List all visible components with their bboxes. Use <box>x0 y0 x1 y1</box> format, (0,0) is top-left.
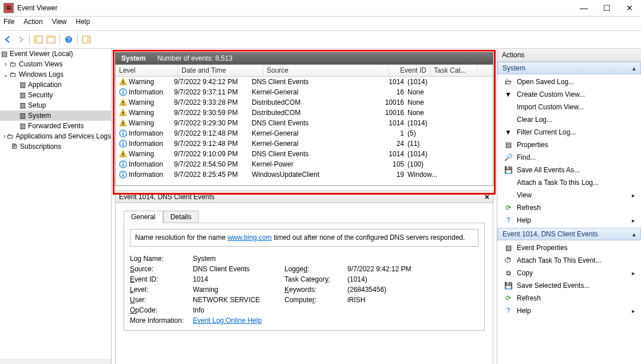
tab-details[interactable]: Details <box>163 211 199 223</box>
online-help-link[interactable]: Event Log Online Help <box>193 316 262 325</box>
collapse-icon[interactable]: ▴ <box>632 65 636 72</box>
action-label: Help <box>517 307 531 315</box>
back-button[interactable] <box>2 34 14 45</box>
close-icon[interactable]: × <box>485 192 489 201</box>
menu-file[interactable]: File <box>3 18 14 29</box>
subscriptions-icon: 🖹 <box>10 143 18 151</box>
grid-header: Level Date and Time Source Event ID Task… <box>116 65 493 77</box>
table-row[interactable]: Information9/7/2022 9:12:48 PMKernel-Gen… <box>116 128 493 139</box>
collapse-icon[interactable]: ▴ <box>632 231 636 238</box>
action-label: Refresh <box>517 294 541 302</box>
expand-icon[interactable]: › <box>2 60 9 68</box>
task-icon: ⏱ <box>503 256 513 265</box>
msg-link[interactable]: www.bing.com <box>227 234 271 242</box>
log-header-bar: System Number of events: 8,513 <box>115 52 493 65</box>
action-import-custom-view[interactable]: Import Custom View... <box>497 101 641 113</box>
tree-setup-label: Setup <box>28 101 46 109</box>
tree-subscriptions[interactable]: 🖹 Subscriptions <box>0 141 111 152</box>
action-filter-log[interactable]: ▼Filter Current Log... <box>497 126 641 139</box>
action-save-all[interactable]: 💾Save All Events As... <box>497 164 641 176</box>
action-help[interactable]: ?Help▸ <box>497 214 641 227</box>
svg-rect-31 <box>122 174 124 177</box>
tree-setup[interactable]: ▥ Setup <box>0 100 111 110</box>
action-label: Attach a Task To this Log... <box>517 179 599 187</box>
svg-rect-1 <box>34 36 38 43</box>
maximize-button[interactable]: ☐ <box>595 2 618 14</box>
cell-date: 9/7/2022 9:30:59 PM <box>174 109 252 117</box>
expand-icon[interactable]: › <box>2 132 7 140</box>
forward-button[interactable] <box>15 34 26 45</box>
tree-custom-views[interactable]: › 🗀 Custom Views <box>0 59 111 69</box>
tree-security[interactable]: ▥ Security <box>0 90 111 100</box>
close-window-button[interactable]: ✕ <box>618 2 641 14</box>
toolbar-show-tree-button[interactable] <box>33 34 44 45</box>
tree-apps-services[interactable]: › 🗀 Applications and Services Logs <box>0 131 111 141</box>
tree-windows-logs[interactable]: ⌄ 🗀 Windows Logs <box>0 69 111 80</box>
tree-root[interactable]: ▤ Event Viewer (Local) <box>0 49 111 59</box>
action-view-submenu[interactable]: View▸ <box>497 189 641 201</box>
menu-view[interactable]: View <box>52 18 67 29</box>
action-clear-log[interactable]: Clear Log... <box>497 113 641 126</box>
action-attach-task-log[interactable]: Attach a Task To this Log... <box>497 176 641 189</box>
table-row[interactable]: Information9/7/2022 9:37:11 PMKernel-Gen… <box>116 87 493 97</box>
information-icon <box>119 140 127 148</box>
minimize-button[interactable]: ― <box>572 2 595 14</box>
tab-content: Name resolution for the name www.bing.co… <box>124 223 485 331</box>
toolbar-properties-button[interactable] <box>45 34 57 45</box>
action-create-custom-view[interactable]: ▼Create Custom View... <box>497 88 641 101</box>
svg-rect-7 <box>87 36 90 43</box>
table-row[interactable]: Information9/7/2022 9:12:48 PMKernel-Gen… <box>116 139 493 149</box>
table-row[interactable]: Warning9/7/2022 9:29:30 PMDNS Client Eve… <box>116 118 493 128</box>
save-icon: 💾 <box>503 165 513 175</box>
title-bar: ▤ Event Viewer ― ☐ ✕ <box>0 0 641 17</box>
window-title: Event Viewer <box>17 4 57 12</box>
horizontal-scrollbar[interactable] <box>0 359 111 364</box>
cell-event-id: 1014 <box>370 119 404 127</box>
v-opcode: Info <box>193 306 450 314</box>
information-icon <box>119 160 127 168</box>
action-open-saved-log[interactable]: 🗁Open Saved Log... <box>497 76 641 88</box>
action-copy[interactable]: ⧉Copy▸ <box>497 267 641 279</box>
table-row[interactable]: Warning9/7/2022 9:10:09 PMDNS Client Eve… <box>116 149 493 159</box>
col-level[interactable]: Level <box>116 65 178 76</box>
toolbar-panel-button[interactable] <box>81 34 92 45</box>
table-row[interactable]: Warning9/7/2022 9:42:12 PMDNS Client Eve… <box>116 77 493 87</box>
svg-rect-16 <box>122 114 124 116</box>
col-source[interactable]: Source <box>263 65 389 76</box>
menu-action[interactable]: Action <box>23 18 42 29</box>
collapse-icon[interactable]: ⌄ <box>2 70 9 78</box>
actions-title: Actions <box>497 49 641 62</box>
table-row[interactable]: Information9/7/2022 8:25:45 PMWindowsUpd… <box>116 169 493 180</box>
information-icon <box>119 129 127 137</box>
action-refresh-event[interactable]: ⟳Refresh <box>497 292 641 304</box>
table-row[interactable]: Warning9/7/2022 9:30:59 PMDistributedCOM… <box>116 108 493 118</box>
action-event-properties[interactable]: ▤Event Properties <box>497 242 641 254</box>
cell-date: 9/7/2022 9:12:48 PM <box>174 140 252 148</box>
tree-system[interactable]: ▥ System <box>0 110 111 121</box>
tab-general[interactable]: General <box>124 211 163 223</box>
col-date[interactable]: Date and Time <box>178 65 263 76</box>
table-row[interactable]: Warning9/7/2022 9:33:28 PMDistributedCOM… <box>116 97 493 108</box>
toolbar-separator <box>60 34 60 45</box>
table-row[interactable]: Information9/7/2022 8:54:50 PMKernel-Pow… <box>116 159 493 169</box>
cell-date: 9/7/2022 9:37:11 PM <box>174 88 252 96</box>
svg-rect-28 <box>122 164 124 167</box>
action-refresh[interactable]: ⟳Refresh <box>497 201 641 214</box>
tree-application[interactable]: ▥ Application <box>0 80 111 90</box>
detail-scroll[interactable]: General Details Name resolution for the … <box>116 203 493 364</box>
menu-help[interactable]: Help <box>76 18 90 29</box>
grid-body[interactable]: Warning9/7/2022 9:42:12 PMDNS Client Eve… <box>116 77 493 185</box>
toolbar-help-button[interactable]: ? <box>63 34 74 45</box>
actions-section-event[interactable]: Event 1014, DNS Client Events ▴ <box>497 228 641 240</box>
cell-event-id: 105 <box>370 160 404 168</box>
col-task-cat[interactable]: Task Cat... <box>430 65 478 76</box>
action-help-event[interactable]: ?Help▸ <box>497 304 641 317</box>
actions-section-system[interactable]: System ▴ <box>497 62 641 74</box>
action-find[interactable]: 🔎Find... <box>497 151 641 164</box>
col-event-id[interactable]: Event ID <box>389 65 430 76</box>
action-attach-task-event[interactable]: ⏱Attach Task To This Event... <box>497 254 641 267</box>
action-save-selected[interactable]: 💾Save Selected Events... <box>497 279 641 292</box>
log-icon: ▥ <box>18 81 26 89</box>
tree-forwarded[interactable]: ▥ Forwarded Events <box>0 121 111 131</box>
action-properties[interactable]: ▤Properties <box>497 139 641 151</box>
